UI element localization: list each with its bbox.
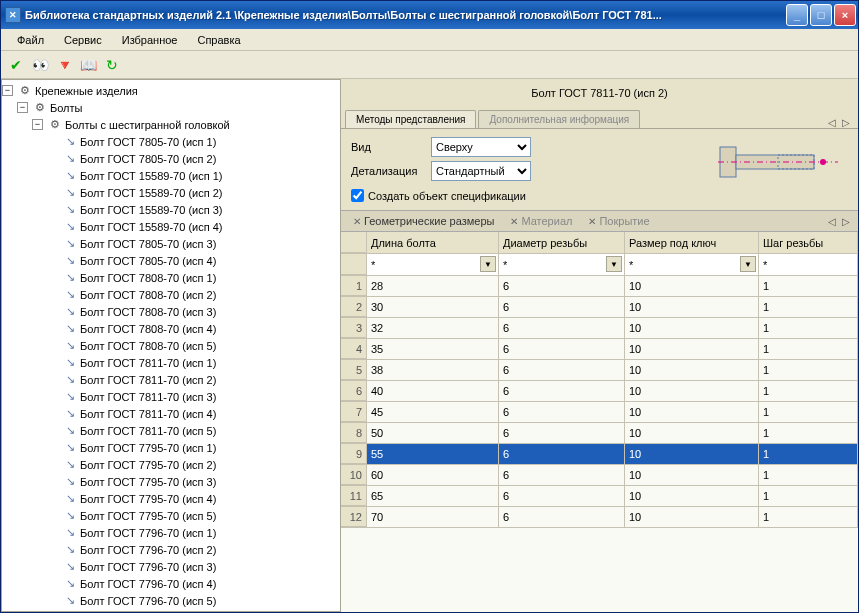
cell-pitch[interactable]: 1: [759, 423, 858, 443]
cell-length[interactable]: 28: [367, 276, 499, 296]
book-icon[interactable]: 📖: [79, 56, 97, 74]
cell-keysize[interactable]: 10: [625, 507, 759, 527]
detail-select[interactable]: Стандартный: [431, 161, 531, 181]
cell-keysize[interactable]: 10: [625, 486, 759, 506]
tree-item[interactable]: ↘Болт ГОСТ 7796-70 (исп 1): [2, 524, 340, 541]
cell-diameter[interactable]: 6: [499, 402, 625, 422]
cell-length[interactable]: 30: [367, 297, 499, 317]
tree-item[interactable]: ↘Болт ГОСТ 15589-70 (исп 2): [2, 184, 340, 201]
menu-service[interactable]: Сервис: [54, 32, 112, 48]
tree-item[interactable]: ↘Болт ГОСТ 7795-70 (исп 4): [2, 490, 340, 507]
cell-diameter[interactable]: 6: [499, 297, 625, 317]
tree-item[interactable]: ↘Болт ГОСТ 7811-70 (исп 5): [2, 422, 340, 439]
cell-diameter[interactable]: 6: [499, 465, 625, 485]
filter-keysize[interactable]: [629, 259, 754, 271]
cell-pitch[interactable]: 1: [759, 402, 858, 422]
filter-keysize-dd[interactable]: ▼: [740, 256, 756, 272]
table-row[interactable]: 6 40 6 10 1: [341, 381, 858, 402]
table-row[interactable]: 8 50 6 10 1: [341, 423, 858, 444]
filter-length[interactable]: [371, 259, 494, 271]
tree-item[interactable]: ↘Болт ГОСТ 7795-70 (исп 2): [2, 456, 340, 473]
cell-length[interactable]: 32: [367, 318, 499, 338]
spec-checkbox[interactable]: [351, 189, 364, 202]
tree-item[interactable]: ↘Болт ГОСТ 7808-70 (исп 5): [2, 337, 340, 354]
table-row[interactable]: 2 30 6 10 1: [341, 297, 858, 318]
cell-pitch[interactable]: 1: [759, 276, 858, 296]
tree-item[interactable]: ↘Болт ГОСТ 7811-70 (исп 2): [2, 371, 340, 388]
col-diameter[interactable]: Диаметр резьбы: [499, 232, 625, 253]
cell-pitch[interactable]: 1: [759, 507, 858, 527]
table-row[interactable]: 5 38 6 10 1: [341, 360, 858, 381]
cell-keysize[interactable]: 10: [625, 297, 759, 317]
cell-keysize[interactable]: 10: [625, 318, 759, 338]
tree-item[interactable]: ↘Болт ГОСТ 7808-70 (исп 4): [2, 320, 340, 337]
cell-length[interactable]: 35: [367, 339, 499, 359]
cell-keysize[interactable]: 10: [625, 465, 759, 485]
filter-pitch[interactable]: [763, 259, 853, 271]
col-length[interactable]: Длина болта: [367, 232, 499, 253]
tab-methods[interactable]: Методы представления: [345, 110, 476, 128]
minimize-button[interactable]: _: [786, 4, 808, 26]
tree-item[interactable]: ↘Болт ГОСТ 7795-70 (исп 3): [2, 473, 340, 490]
cell-keysize[interactable]: 10: [625, 423, 759, 443]
view-select[interactable]: Сверху: [431, 137, 531, 157]
collapse-icon[interactable]: −: [2, 85, 13, 96]
cell-pitch[interactable]: 1: [759, 360, 858, 380]
cell-keysize[interactable]: 10: [625, 360, 759, 380]
tree-root[interactable]: −⚙Крепежные изделия: [2, 82, 340, 99]
tree-hex[interactable]: −⚙Болты с шестигранной головкой: [2, 116, 340, 133]
tree-item[interactable]: ↘Болт ГОСТ 7805-70 (исп 4): [2, 252, 340, 269]
cell-pitch[interactable]: 1: [759, 465, 858, 485]
filter-diameter[interactable]: [503, 259, 620, 271]
table-row[interactable]: 3 32 6 10 1: [341, 318, 858, 339]
tree-panel[interactable]: −⚙Крепежные изделия−⚙Болты−⚙Болты с шест…: [1, 79, 341, 612]
tab-next-icon[interactable]: ▷: [840, 117, 852, 128]
table-row[interactable]: 9 55 6 10 1: [341, 444, 858, 465]
cell-diameter[interactable]: 6: [499, 444, 625, 464]
tree-item[interactable]: ↘Болт ГОСТ 7811-70 (исп 1): [2, 354, 340, 371]
menu-help[interactable]: Справка: [187, 32, 250, 48]
menu-favorites[interactable]: Избранное: [112, 32, 188, 48]
tree-item[interactable]: ↘Болт ГОСТ 7811-70 (исп 3): [2, 388, 340, 405]
cell-length[interactable]: 45: [367, 402, 499, 422]
col-pitch[interactable]: Шаг резьбы: [759, 232, 858, 253]
tab-geometry[interactable]: ✕Геометрические размеры: [345, 213, 502, 229]
tab-material[interactable]: ✕Материал: [502, 213, 580, 229]
table-row[interactable]: 11 65 6 10 1: [341, 486, 858, 507]
filter-diameter-dd[interactable]: ▼: [606, 256, 622, 272]
filter-icon[interactable]: 🔻: [55, 56, 73, 74]
cell-diameter[interactable]: 6: [499, 423, 625, 443]
cell-length[interactable]: 38: [367, 360, 499, 380]
refresh-icon[interactable]: ↻: [103, 56, 121, 74]
col-keysize[interactable]: Размер под ключ: [625, 232, 759, 253]
tree-item[interactable]: ↘Болт ГОСТ 7795-70 (исп 5): [2, 507, 340, 524]
tree-item[interactable]: ↘Болт ГОСТ 7796-70 (исп 5): [2, 592, 340, 609]
tree-item[interactable]: ↘Болт ГОСТ 7796-70 (исп 3): [2, 558, 340, 575]
cell-pitch[interactable]: 1: [759, 444, 858, 464]
tree-item[interactable]: ↘Болт ГОСТ 7805-70 (исп 1): [2, 133, 340, 150]
tree-item[interactable]: ↘Болт ГОСТ 7805-70 (исп 2): [2, 150, 340, 167]
collapse-icon[interactable]: −: [32, 119, 43, 130]
cell-pitch[interactable]: 1: [759, 486, 858, 506]
tab-coating[interactable]: ✕Покрытие: [580, 213, 657, 229]
apply-icon[interactable]: ✔: [7, 56, 25, 74]
filter-length-dd[interactable]: ▼: [480, 256, 496, 272]
tree-item[interactable]: ↘Болт ГОСТ 7795-70 (исп 1): [2, 439, 340, 456]
tab-prev-icon[interactable]: ◁: [826, 117, 838, 128]
cell-length[interactable]: 60: [367, 465, 499, 485]
tab2-next-icon[interactable]: ▷: [840, 216, 852, 227]
tree-item[interactable]: ↘Болт ГОСТ 15589-70 (исп 1): [2, 167, 340, 184]
menu-file[interactable]: Файл: [7, 32, 54, 48]
binoculars-icon[interactable]: 👀: [31, 56, 49, 74]
cell-length[interactable]: 65: [367, 486, 499, 506]
cell-diameter[interactable]: 6: [499, 381, 625, 401]
cell-diameter[interactable]: 6: [499, 318, 625, 338]
cell-pitch[interactable]: 1: [759, 381, 858, 401]
tree-item[interactable]: ↘Болт ГОСТ 15589-70 (исп 4): [2, 218, 340, 235]
tree-item[interactable]: ↘Болт ГОСТ 7796-70 (исп 4): [2, 575, 340, 592]
tree-item[interactable]: ↘Болт ГОСТ 7796-70 (исп 2): [2, 541, 340, 558]
cell-keysize[interactable]: 10: [625, 381, 759, 401]
cell-diameter[interactable]: 6: [499, 276, 625, 296]
collapse-icon[interactable]: −: [17, 102, 28, 113]
cell-length[interactable]: 50: [367, 423, 499, 443]
